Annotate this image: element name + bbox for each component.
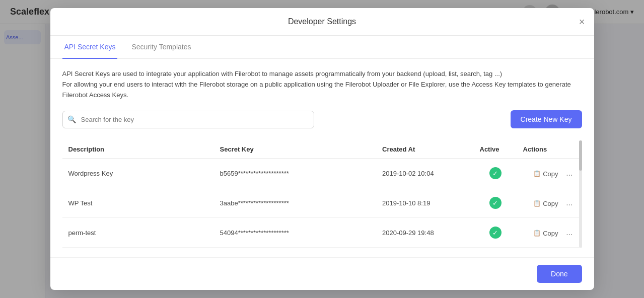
col-header-actions: Actions: [517, 140, 582, 159]
table-row: perm-test 54094******************** 2020…: [62, 218, 582, 248]
modal-footer: Done: [50, 257, 594, 290]
more-options-button[interactable]: ...: [563, 167, 576, 180]
table-row: WP Test 3aabe******************** 2019-1…: [62, 188, 582, 218]
cell-secret-key: 3aabe********************: [214, 188, 377, 218]
table-container: Description Secret Key Created At Active…: [62, 140, 582, 248]
cell-actions: 📋 Copy ...: [517, 159, 582, 188]
search-icon: 🔍: [67, 115, 76, 123]
active-check-icon: ✓: [489, 197, 502, 209]
copy-icon: 📋: [533, 170, 541, 177]
cell-created-at: 2019-10-02 10:04: [376, 159, 474, 188]
search-action-row: 🔍 Create New Key: [62, 110, 582, 128]
info-text: API Secret Keys are used to integrate yo…: [62, 69, 582, 100]
modal-overlay: Developer Settings × API Secret Keys Sec…: [0, 0, 644, 298]
done-button[interactable]: Done: [537, 265, 582, 283]
cell-description: Wordpress Key: [62, 159, 214, 188]
active-check-icon: ✓: [489, 227, 502, 239]
modal-body: API Secret Keys are used to integrate yo…: [50, 59, 594, 257]
cell-created-at: 2020-09-29 19:48: [376, 218, 474, 248]
tab-api-secret-keys[interactable]: API Secret Keys: [62, 36, 118, 59]
developer-settings-modal: Developer Settings × API Secret Keys Sec…: [50, 8, 594, 290]
search-input[interactable]: [62, 111, 314, 128]
copy-button[interactable]: 📋 Copy: [530, 228, 561, 239]
cell-active: ✓: [474, 159, 517, 188]
modal-tabs: API Secret Keys Security Templates: [50, 36, 594, 59]
modal-title: Developer Settings: [288, 17, 356, 26]
col-header-active: Active: [474, 140, 517, 159]
copy-icon: 📋: [533, 200, 541, 207]
cell-secret-key: b5659********************: [214, 159, 377, 188]
col-header-description: Description: [62, 140, 214, 159]
cell-description: perm-test: [62, 218, 214, 248]
table-row: Wordpress Key b5659******************** …: [62, 159, 582, 188]
copy-button[interactable]: 📋 Copy: [530, 198, 561, 209]
cell-active: ✓: [474, 188, 517, 218]
table-body: Wordpress Key b5659******************** …: [62, 159, 582, 248]
scroll-track: [579, 140, 582, 248]
col-header-created-at: Created At: [376, 140, 474, 159]
scroll-thumb[interactable]: [579, 140, 582, 171]
modal-header: Developer Settings ×: [50, 8, 594, 36]
active-check-icon: ✓: [489, 167, 502, 179]
search-box: 🔍: [62, 111, 314, 128]
more-options-button[interactable]: ...: [563, 226, 576, 239]
cell-active: ✓: [474, 218, 517, 248]
modal-close-button[interactable]: ×: [579, 17, 585, 27]
col-header-secret-key: Secret Key: [214, 140, 377, 159]
keys-table: Description Secret Key Created At Active…: [62, 140, 582, 248]
cell-actions: 📋 Copy ...: [517, 218, 582, 248]
more-options-button[interactable]: ...: [563, 196, 576, 209]
table-header: Description Secret Key Created At Active…: [62, 140, 582, 159]
create-new-key-button[interactable]: Create New Key: [511, 110, 582, 128]
cell-created-at: 2019-10-10 8:19: [376, 188, 474, 218]
tab-security-templates[interactable]: Security Templates: [129, 36, 193, 59]
copy-button[interactable]: 📋 Copy: [530, 168, 561, 180]
cell-secret-key: 54094********************: [214, 218, 377, 248]
cell-description: WP Test: [62, 188, 214, 218]
copy-icon: 📋: [533, 230, 541, 237]
cell-actions: 📋 Copy ...: [517, 188, 582, 218]
